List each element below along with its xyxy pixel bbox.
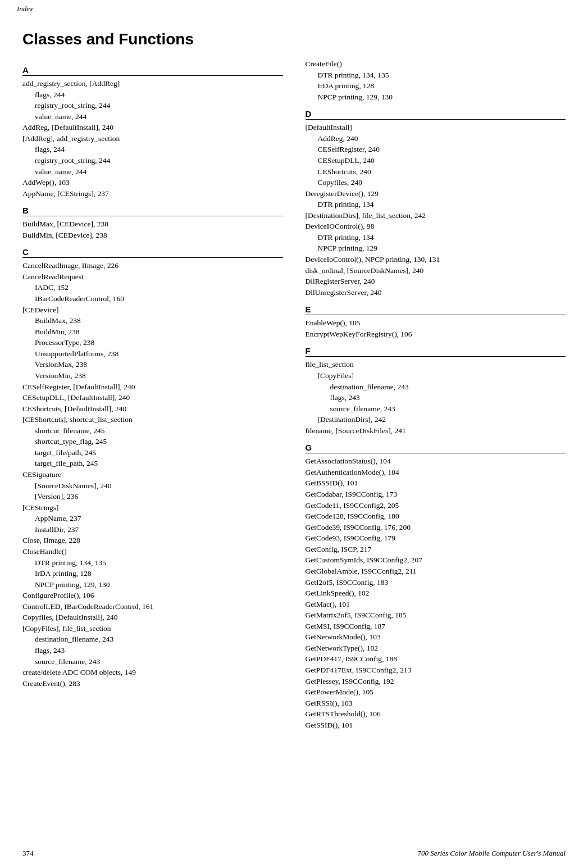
index-entry: AddReg, [DefaultInstall], 240 bbox=[22, 122, 283, 133]
index-entry: EncryptWepKeyForRegistry(), 106 bbox=[306, 329, 566, 340]
section-letter: G bbox=[306, 443, 566, 453]
index-entry-sub1: shortcut_filename, 245 bbox=[22, 425, 283, 437]
index-entry-sub1: [SourceDiskNames], 240 bbox=[22, 480, 283, 492]
index-entry: CESignature bbox=[22, 469, 283, 480]
index-entry-sub1: flags, 244 bbox=[22, 89, 283, 101]
index-entry-sub1: IBarCodeReaderControl, 160 bbox=[22, 293, 283, 305]
index-entry-sub1: NPCP printing, 129 bbox=[306, 243, 566, 254]
index-entry: GetPowerMode(), 105 bbox=[306, 687, 566, 698]
index-entry: GetBSSID(), 101 bbox=[306, 478, 566, 489]
index-entry-sub1: registry_root_string, 244 bbox=[22, 155, 283, 166]
index-entry: BuildMax, [CEDevice], 238 bbox=[22, 219, 283, 230]
index-entry: Copyfiles, [DefaultInstall], 240 bbox=[22, 612, 283, 623]
footer-page-number: 374 bbox=[22, 849, 34, 858]
index-entry-sub1: DTR printing, 134 bbox=[306, 199, 566, 210]
index-entry: [DefaultInstall] bbox=[306, 122, 566, 133]
index-entry: GetCode39, IS9CConfig, 176, 200 bbox=[306, 522, 566, 533]
index-entry: add_registry_section, [AddReg] bbox=[22, 78, 283, 89]
index-entry: CESetupDLL, [DefaultInstall], 240 bbox=[22, 392, 283, 403]
index-entry-sub1: DTR printing, 134 bbox=[306, 232, 566, 243]
index-entry: DeviceIoControl(), NPCP printing, 130, 1… bbox=[306, 254, 566, 265]
index-entry: AddWep(), 103 bbox=[22, 177, 283, 188]
section-letter: E bbox=[306, 305, 566, 315]
index-entry: DllRegisterServer, 240 bbox=[306, 276, 566, 287]
index-entry: GetPlessey, IS9CConfig, 192 bbox=[306, 676, 566, 687]
index-entry: GetLinkSpeed(), 102 bbox=[306, 588, 566, 599]
index-entry-sub1: NPCP printing, 129, 130 bbox=[306, 92, 566, 103]
index-entry-sub1: IrDA printing, 128 bbox=[22, 568, 283, 579]
index-entry: GetNetworkType(), 102 bbox=[306, 643, 566, 654]
index-entry-sub1: destination_filename, 243 bbox=[22, 634, 283, 645]
index-entry: [CEDevice] bbox=[22, 305, 283, 316]
index-entry: GetCode93, IS9CConfig, 179 bbox=[306, 533, 566, 544]
index-entry-sub1: source_filename, 243 bbox=[22, 656, 283, 667]
index-entry-sub1: IADC, 152 bbox=[22, 282, 283, 293]
index-entry: Close, IImage, 228 bbox=[22, 535, 283, 546]
index-entry: CancelReadRequest bbox=[22, 271, 283, 283]
index-entry: [CEStrings] bbox=[22, 502, 283, 513]
section-letter: A bbox=[22, 65, 283, 76]
index-entry: GetNetworkMode(), 103 bbox=[306, 631, 566, 643]
index-entry: GetPDF417, IS9CConfig, 188 bbox=[306, 653, 566, 665]
index-entry: AppName, [CEStrings], 237 bbox=[22, 188, 283, 199]
index-entry: GetConfig, ISCP, 217 bbox=[306, 544, 566, 555]
index-entry: create/delete ADC COM objects, 149 bbox=[22, 667, 283, 678]
index-entry: [AddReg], add_registry_section bbox=[22, 133, 283, 144]
index-entry-sub1: Copyfiles, 240 bbox=[306, 177, 566, 188]
index-entry: CloseHandle() bbox=[22, 546, 283, 557]
index-entry-sub1: flags, 244 bbox=[22, 144, 283, 155]
index-entry-sub1: InstallDir, 237 bbox=[22, 524, 283, 535]
index-entry: CEShortcuts, [DefaultInstall], 240 bbox=[22, 403, 283, 415]
index-entry: ControlLED, IBarCodeReaderControl, 161 bbox=[22, 601, 283, 612]
index-entry: [CEShortcuts], shortcut_list_section bbox=[22, 414, 283, 425]
index-entry: CreateEvent(), 283 bbox=[22, 678, 283, 689]
index-entry: file_list_section bbox=[306, 359, 566, 370]
index-entry-sub1: AppName, 237 bbox=[22, 513, 283, 524]
index-entry-sub1: value_name, 244 bbox=[22, 111, 283, 122]
footer-book-title: 700 Series Color Mobile Computer User's … bbox=[418, 849, 566, 858]
index-entry: GetCustomSymIds, IS9CConfig2, 207 bbox=[306, 555, 566, 566]
index-entry: GetSSID(), 101 bbox=[306, 720, 566, 731]
index-entry: GetMac(), 101 bbox=[306, 599, 566, 610]
index-entry: GetRTSThreshold(), 106 bbox=[306, 708, 566, 720]
index-entry: DllUnregisterServer, 240 bbox=[306, 287, 566, 298]
index-entry-sub1: value_name, 244 bbox=[22, 166, 283, 178]
index-entry-sub1: DTR printing, 134, 135 bbox=[306, 70, 566, 81]
index-entry: GetPDF417Ext, IS9CConfig2, 213 bbox=[306, 665, 566, 676]
header-text: Index bbox=[17, 4, 33, 13]
index-entry: disk_ordinal, [SourceDiskNames], 240 bbox=[306, 265, 566, 276]
section-letter: F bbox=[306, 346, 566, 357]
index-entry-sub1: CEShortcuts, 240 bbox=[306, 166, 566, 178]
index-entry-sub2: flags, 243 bbox=[306, 392, 566, 403]
index-entry: GetMSI, IS9CConfig, 187 bbox=[306, 621, 566, 632]
index-entry: [DestinationDirs], file_list_section, 24… bbox=[306, 210, 566, 221]
index-entry-sub1: flags, 243 bbox=[22, 645, 283, 656]
left-column: Aadd_registry_section, [AddReg]flags, 24… bbox=[22, 58, 294, 730]
index-entry: GetCode11, IS9CConfig2, 205 bbox=[306, 500, 566, 511]
index-entry: DeregisterDevice(), 129 bbox=[306, 188, 566, 199]
index-entry-sub1: target_file_path, 245 bbox=[22, 458, 283, 469]
index-entry-sub1: shortcut_type_flag, 245 bbox=[22, 436, 283, 447]
index-entry: CESelfRegister, [DefaultInstall], 240 bbox=[22, 381, 283, 393]
index-entry: GetAuthenticationMode(), 104 bbox=[306, 467, 566, 478]
index-entry-sub2: destination_filename, 243 bbox=[306, 381, 566, 393]
index-entry: GetAssociationStatus(), 104 bbox=[306, 456, 566, 467]
section-letter: C bbox=[22, 247, 283, 258]
index-entry-sub1: VersionMin, 238 bbox=[22, 370, 283, 381]
index-entry: GetI2of5, IS9CConfig, 183 bbox=[306, 577, 566, 588]
index-entry: EnableWep(), 105 bbox=[306, 317, 566, 329]
index-entry-sub1: CESelfRegister, 240 bbox=[306, 144, 566, 155]
index-entry-sub1: CESetupDLL, 240 bbox=[306, 155, 566, 166]
index-entry-sub1: ProcessorType, 238 bbox=[22, 337, 283, 348]
index-entry-sub2: source_filename, 243 bbox=[306, 403, 566, 415]
index-entry: GetGlobalAmble, IS9CConfig2, 211 bbox=[306, 566, 566, 577]
index-entry: GetCodabar, IS9CConfig, 173 bbox=[306, 489, 566, 500]
index-entry-sub1: UnsupportedPlatforms, 238 bbox=[22, 348, 283, 360]
section-letter: D bbox=[306, 109, 566, 120]
index-entry: GetMatrix2of5, IS9CConfig, 185 bbox=[306, 610, 566, 621]
index-entry-sub1: AddReg, 240 bbox=[306, 133, 566, 144]
index-entry: CreateFile() bbox=[306, 58, 566, 70]
index-entry: ConfigureProfile(), 106 bbox=[22, 590, 283, 601]
index-entry-sub1: target_file/path, 245 bbox=[22, 447, 283, 458]
index-entry-sub1: NPCP printing, 129, 130 bbox=[22, 579, 283, 590]
